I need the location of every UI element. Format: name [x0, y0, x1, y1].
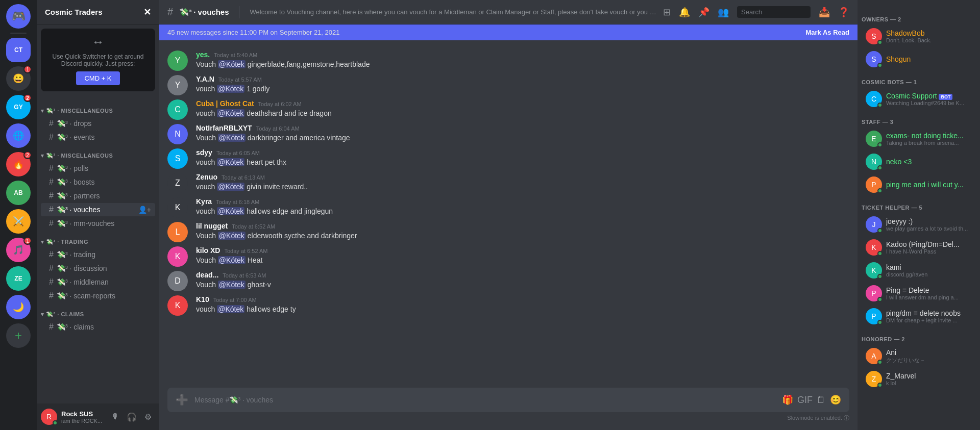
message-author[interactable]: sdyy	[196, 148, 212, 157]
message-author[interactable]: Cuba | Ghost Cat	[196, 99, 254, 108]
message-text: vouch @Kótek hallows edge ty	[196, 305, 849, 315]
server-icon-3[interactable]: 🌐	[6, 123, 31, 148]
message-avatar[interactable]: D	[167, 271, 188, 291]
message-text: vouch @Kótek heart pet thx	[196, 158, 849, 168]
category-miscellaneous[interactable]: ▾ 💸³ · MISCELLANEOUS	[37, 99, 159, 116]
message-avatar[interactable]: Z	[167, 173, 188, 193]
member-name: Z_Marvel	[886, 372, 972, 380]
cosmic-traders-icon[interactable]: CT	[6, 38, 31, 62]
member-avatar: C	[866, 91, 882, 107]
server-icon-2[interactable]: GY2	[6, 95, 31, 119]
message-avatar[interactable]: Y	[167, 75, 188, 95]
server-icon-7[interactable]: 🎵1	[6, 238, 31, 262]
channel-vouches[interactable]: # 💸³ · vouches 👤+	[41, 203, 155, 216]
message-avatar[interactable]: C	[167, 99, 188, 120]
message-avatar[interactable]: L	[167, 222, 188, 242]
message-avatar[interactable]: N	[167, 124, 188, 144]
message-avatar[interactable]: K	[167, 295, 188, 316]
hash-icon: #	[49, 133, 54, 142]
message-group: K kilo XD Today at 6:52 AM Vouch @Kótek …	[159, 244, 857, 269]
hash-icon: #	[49, 178, 54, 187]
channel-trading[interactable]: # 💸³ · trading	[41, 248, 155, 261]
server-header-close[interactable]: ✕	[143, 7, 151, 18]
member-item[interactable]: P ping me and i will cut y...	[862, 173, 976, 196]
message-avatar[interactable]: Y	[167, 50, 188, 71]
member-item[interactable]: S Shogun	[862, 48, 976, 70]
channel-drops[interactable]: # 💸³ · drops	[41, 117, 155, 130]
server-header[interactable]: Cosmic Traders ✕	[37, 0, 159, 24]
mark-as-read-button[interactable]: Mark As Read	[806, 29, 850, 36]
channel-mm-vouches[interactable]: # 💸³ · mm-vouches	[41, 217, 155, 230]
message-author[interactable]: kilo XD	[196, 246, 220, 255]
message-avatar[interactable]: S	[167, 148, 188, 169]
channel-polls[interactable]: # 💸³ · polls	[41, 162, 155, 175]
sticker-icon[interactable]: 🗒	[817, 395, 826, 406]
channel-claims[interactable]: # 💸³ · claims	[41, 320, 155, 334]
category-claims[interactable]: ▾ 💸³ · CLAIMS	[37, 303, 159, 320]
member-item[interactable]: Z Z_Marvel k lol	[862, 368, 976, 390]
quick-switcher-button[interactable]: CMD + K	[76, 71, 119, 85]
server-icon-9[interactable]: 🌙	[6, 295, 31, 319]
message-avatar[interactable]: K	[167, 246, 188, 267]
message-author[interactable]: NotIrfanRBLXYT	[196, 124, 252, 132]
online-dot	[877, 40, 883, 45]
settings-button[interactable]: ⚙	[141, 410, 155, 424]
pin-icon[interactable]: 📌	[698, 7, 709, 18]
channel-discussion[interactable]: # 💸³ · discussion	[41, 262, 155, 275]
message-author[interactable]: yes.	[196, 50, 210, 59]
member-item[interactable]: N neko <3	[862, 150, 976, 173]
message-group: Y Y.A.N Today at 5:57 AM vouch @Kótek 1 …	[159, 73, 857, 97]
message-text: vouch @Kótek givin invite reward..	[196, 182, 849, 192]
server-icon-1[interactable]: 😀1	[6, 66, 31, 91]
channel-middleman[interactable]: # 💸³ · middleman	[41, 275, 155, 289]
channel-boosts[interactable]: # 💸³ · boosts	[41, 175, 155, 189]
message-content: K10 Today at 7:00 AM vouch @Kótek hallow…	[196, 295, 849, 316]
server-icon-5[interactable]: AB	[6, 181, 31, 205]
message-author[interactable]: Kyra	[196, 197, 212, 206]
member-item[interactable]: C Cosmic Support BOT Watching Loading#26…	[862, 88, 976, 110]
inbox-icon[interactable]: 📥	[819, 7, 830, 18]
message-author[interactable]: Zenuo	[196, 173, 217, 181]
attach-icon[interactable]: ➕	[176, 388, 188, 412]
channel-scam-reports[interactable]: # 💸³ · scam-reports	[41, 289, 155, 302]
message-header: yes. Today at 5:40 AM	[196, 50, 849, 59]
discord-logo[interactable]: 🎮	[6, 4, 31, 29]
member-item[interactable]: A Ani クソだりいな－	[862, 345, 976, 367]
members-icon[interactable]: 👥	[718, 7, 729, 18]
message-author[interactable]: dead...	[196, 271, 218, 279]
server-icon-8[interactable]: ZE	[6, 266, 31, 291]
member-item[interactable]: P Ping = Delete I will answer dm and pin…	[862, 282, 976, 305]
help-icon[interactable]: ❓	[838, 7, 849, 18]
member-item[interactable]: E exams- not doing ticke... Taking a bre…	[862, 128, 976, 150]
message-avatar[interactable]: K	[167, 197, 188, 218]
server-icon-4[interactable]: 🔥2	[6, 152, 31, 176]
channel-add-member-icon[interactable]: 👤+	[138, 206, 151, 214]
member-name: Cosmic Support BOT	[886, 92, 972, 100]
member-item[interactable]: J joeyyy :) we play games a lot to avoid…	[862, 213, 976, 236]
gift-icon[interactable]: 🎁	[782, 394, 793, 406]
member-item[interactable]: K Kadoo (Ping/Dm=Del... I have N-Word Pa…	[862, 236, 976, 259]
add-server-icon[interactable]: +	[6, 323, 31, 348]
message-input[interactable]	[194, 390, 776, 410]
bell-icon[interactable]: 🔔	[679, 7, 690, 18]
hash-icon: #	[49, 291, 54, 300]
message-author[interactable]: lil nugget	[196, 222, 228, 230]
member-item[interactable]: K kami discord.gg/raven	[862, 259, 976, 282]
channel-events[interactable]: # 💸³ · events	[41, 131, 155, 144]
gif-icon[interactable]: GIF	[797, 395, 813, 406]
member-item[interactable]: P ping/dm = delete noobs DM for cheap + …	[862, 305, 976, 327]
channel-partners[interactable]: # 💸³ · partners	[41, 189, 155, 203]
category-miscellaneous2[interactable]: ▾ 💸³ · MISCELLANEOUS	[37, 144, 159, 161]
emoji-icon[interactable]: 😊	[830, 394, 841, 406]
search-input[interactable]	[737, 6, 811, 18]
message-content: yes. Today at 5:40 AM Vouch @Kótek ginge…	[196, 50, 849, 71]
deafen-button[interactable]: 🎧	[125, 410, 139, 424]
member-item[interactable]: S ShadowBob Don't. Look. Back.	[862, 25, 976, 47]
message-author[interactable]: K10	[196, 295, 209, 303]
message-author[interactable]: Y.A.N	[196, 75, 214, 83]
category-trading[interactable]: ▾ 💸³ · TRADING	[37, 231, 159, 247]
server-icon-6[interactable]: ⚔️	[6, 209, 31, 234]
message-header: Y.A.N Today at 5:57 AM	[196, 75, 849, 83]
mute-button[interactable]: 🎙	[108, 410, 122, 424]
hash-board-icon[interactable]: ⊞	[663, 7, 671, 18]
